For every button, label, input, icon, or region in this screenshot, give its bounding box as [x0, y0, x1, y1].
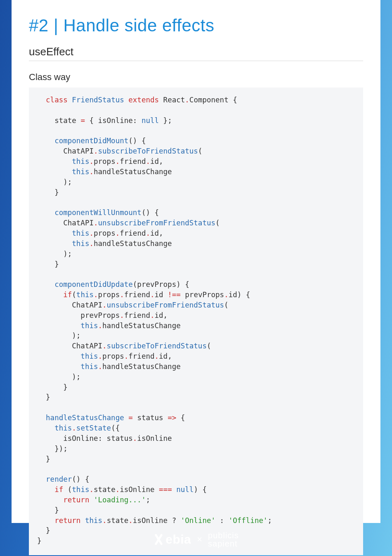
code-block: class FriendStatus extends React.Compone…	[29, 88, 363, 555]
xebia-logo: ebia	[153, 532, 191, 547]
publicis-sapient-logo: publicissapient	[208, 531, 239, 548]
times-separator: ×	[197, 534, 202, 545]
footer: ebia × publicissapient	[0, 523, 392, 556]
sub-heading: Class way	[29, 72, 363, 83]
slide-page: #2 | Handle side effects useEffect Class…	[12, 0, 380, 523]
xebia-mark-icon	[153, 534, 164, 545]
section-title: useEffect	[29, 45, 363, 61]
footer-brands: ebia × publicissapient	[153, 531, 239, 548]
slide-title: #2 | Handle side effects	[29, 16, 363, 35]
